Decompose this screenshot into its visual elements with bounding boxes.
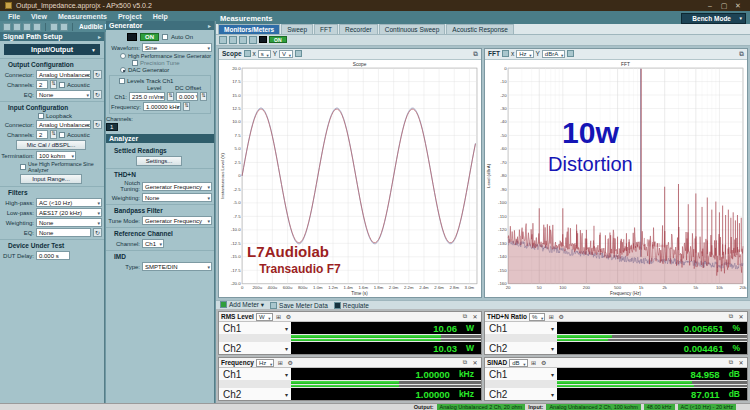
- levels-track-checkbox[interactable]: [119, 78, 125, 84]
- acoustic-checkbox[interactable]: [59, 82, 65, 88]
- meter-options-icon[interactable]: ⚙: [286, 359, 294, 366]
- export-icon[interactable]: [249, 36, 257, 44]
- bench-mode-button[interactable]: Bench Mode: [681, 13, 746, 24]
- channel-select[interactable]: Ch2: [485, 388, 557, 400]
- meter-close-icon[interactable]: ✕: [737, 359, 745, 366]
- fft-popout-icon[interactable]: ⧉: [739, 50, 744, 58]
- reference-channel-select[interactable]: Ch1: [142, 239, 164, 248]
- minimize-button[interactable]: –: [703, 2, 717, 9]
- spinner-icon[interactable]: ⇅: [167, 92, 174, 101]
- auto-on-checkbox[interactable]: [162, 34, 168, 40]
- generator-on-toggle[interactable]: ON: [140, 33, 159, 41]
- output-connector-select[interactable]: Analog Unbalanced: [36, 70, 91, 79]
- input-channels-input[interactable]: 2: [36, 130, 48, 139]
- menu-help[interactable]: Help: [153, 13, 168, 20]
- fft-y-unit-select[interactable]: dBrA: [542, 50, 565, 58]
- channel-select[interactable]: Ch1: [219, 322, 291, 334]
- meter-popout-icon[interactable]: ⧉: [461, 313, 469, 320]
- filters-eq-input[interactable]: None: [36, 228, 91, 237]
- generator-off-button[interactable]: [127, 33, 137, 41]
- analyzer-weighting-select[interactable]: None: [142, 193, 212, 202]
- tab-monitors-meters[interactable]: Monitors/Meters: [218, 24, 280, 34]
- scope-settings-icon[interactable]: [295, 50, 302, 57]
- regulate-button[interactable]: Regulate: [334, 302, 369, 309]
- dut-delay-input[interactable]: 0.000 s: [36, 251, 70, 260]
- meter-unit-select[interactable]: %: [529, 313, 545, 321]
- monitor-on-toggle[interactable]: ON: [269, 36, 287, 43]
- notch-tuning-select[interactable]: Generator Frequency: [142, 182, 212, 191]
- channel-1-button[interactable]: 1: [106, 123, 118, 131]
- input-connector-select[interactable]: Analog Unbalanced: [36, 120, 91, 129]
- level-input[interactable]: 235.0 mVrms: [129, 92, 165, 101]
- menu-view[interactable]: View: [31, 13, 47, 20]
- spinner-icon[interactable]: ⇅: [200, 92, 207, 101]
- fft-cursor-icon[interactable]: [502, 50, 509, 57]
- frequency-input[interactable]: 1.00000 kHz: [143, 102, 181, 111]
- hp-sine-analyzer-checkbox[interactable]: [20, 164, 26, 170]
- meter-close-icon[interactable]: ✕: [471, 359, 479, 366]
- meter-close-icon[interactable]: ✕: [737, 313, 745, 320]
- meter-options-icon[interactable]: ⚙: [557, 313, 565, 320]
- new-project-icon[interactable]: [3, 23, 11, 31]
- channel-select[interactable]: Ch2: [219, 388, 291, 400]
- refresh-icon[interactable]: ↻: [93, 70, 102, 79]
- meter-unit-select[interactable]: W: [256, 313, 273, 321]
- fft-settings-icon[interactable]: [567, 50, 574, 57]
- meter-settings-icon[interactable]: ⊞: [547, 313, 555, 320]
- maximize-button[interactable]: ▢: [717, 2, 731, 10]
- tab-fft[interactable]: FFT: [314, 24, 338, 34]
- fft-x-unit-select[interactable]: Hz: [516, 50, 533, 58]
- pin-icon[interactable]: ▸: [98, 33, 101, 40]
- imd-type-select[interactable]: SMPTE/DIN: [142, 262, 212, 271]
- dac-generator-radio[interactable]: [120, 67, 126, 73]
- refresh-icon[interactable]: ↻: [93, 90, 102, 99]
- menu-measurements[interactable]: Measurements: [58, 13, 107, 20]
- channel-select[interactable]: Ch2: [485, 342, 557, 354]
- add-graph-icon[interactable]: [219, 36, 227, 44]
- channel-select[interactable]: Ch1: [219, 368, 291, 380]
- mic-cal-button[interactable]: Mic Cal / dBSPL...: [16, 140, 86, 150]
- menu-project[interactable]: Project: [118, 13, 142, 20]
- fft-chart[interactable]: 0-10-20-30-40-50-60-70-80-90-100-110-120…: [485, 60, 747, 297]
- scope-x-unit-select[interactable]: s: [258, 50, 271, 58]
- stop-icon[interactable]: [60, 23, 68, 31]
- spinner-icon[interactable]: ⇅: [183, 102, 190, 111]
- scope-popout-icon[interactable]: ⧉: [473, 50, 478, 58]
- acoustic-checkbox[interactable]: [59, 132, 65, 138]
- tab-sweep[interactable]: Sweep: [281, 24, 313, 34]
- tune-mode-select[interactable]: Generator Frequency: [142, 216, 212, 225]
- meter-settings-icon[interactable]: ⊞: [275, 313, 283, 320]
- precision-tune-checkbox[interactable]: [132, 60, 138, 66]
- save-meter-data-button[interactable]: Save Meter Data: [270, 302, 328, 309]
- high-pass-select[interactable]: AC (<10 Hz): [36, 198, 102, 207]
- meter-popout-icon[interactable]: ⧉: [461, 359, 469, 366]
- copy-icon[interactable]: [239, 36, 247, 44]
- spinner-icon[interactable]: ⇅: [50, 80, 57, 89]
- hp-sine-generator-radio[interactable]: [120, 53, 126, 59]
- meter-popout-icon[interactable]: ⧉: [727, 313, 735, 320]
- monitor-off-button[interactable]: [259, 36, 267, 43]
- start-icon[interactable]: [50, 23, 58, 31]
- dc-offset-input[interactable]: 0.000 V: [176, 92, 198, 101]
- weighting-select[interactable]: None: [36, 218, 102, 227]
- tab-acoustic-response[interactable]: Acoustic Response: [446, 24, 514, 34]
- settings-button[interactable]: Settings...: [136, 156, 182, 166]
- open-project-icon[interactable]: [13, 23, 21, 31]
- meter-close-icon[interactable]: ✕: [471, 313, 479, 320]
- output-channels-input[interactable]: 2: [36, 80, 48, 89]
- meter-unit-select[interactable]: dB: [509, 359, 527, 367]
- channel-select[interactable]: Ch1: [485, 322, 557, 334]
- channel-select[interactable]: Ch1: [485, 368, 557, 380]
- save-project-icon[interactable]: [23, 23, 31, 31]
- spinner-icon[interactable]: ⇅: [50, 130, 57, 139]
- waveform-select[interactable]: Sine: [142, 43, 212, 52]
- tab-continuous-sweep[interactable]: Continuous Sweep: [379, 24, 446, 34]
- pin-icon[interactable]: ▸: [208, 22, 211, 29]
- termination-select[interactable]: 100 kohm: [36, 151, 76, 160]
- signal-path-selector[interactable]: Input/Output: [4, 44, 100, 55]
- scope-cursor-icon[interactable]: [244, 50, 251, 57]
- add-meter-button[interactable]: Add Meter ▾: [220, 301, 264, 309]
- meter-popout-icon[interactable]: ⧉: [727, 359, 735, 366]
- meter-unit-select[interactable]: Hz: [256, 359, 274, 367]
- menu-file[interactable]: File: [8, 13, 20, 20]
